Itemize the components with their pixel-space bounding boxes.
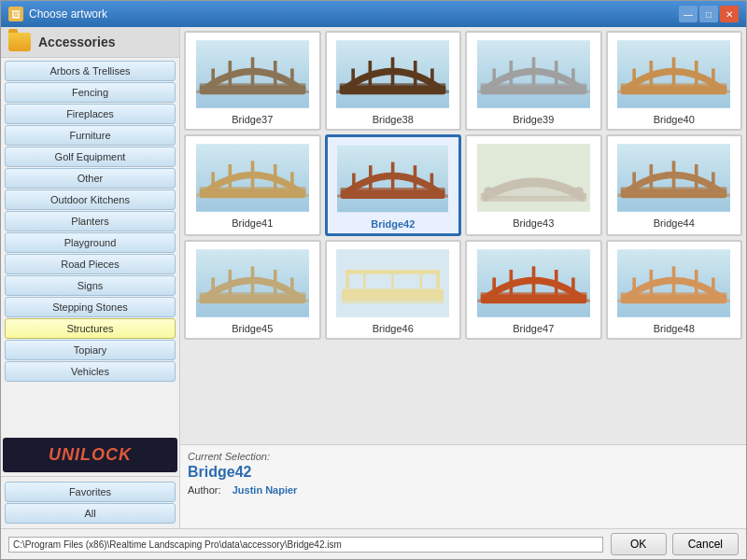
svg-rect-8: [196, 90, 309, 93]
title-controls: — □ ✕: [679, 6, 739, 22]
grid-item-thumb-bridge46: [331, 245, 457, 320]
grid-item-label-bridge40: Bridge40: [654, 114, 695, 125]
svg-rect-102: [617, 299, 730, 302]
grid-item-bridge45[interactable]: Bridge45: [184, 240, 321, 340]
grid-item-label-bridge39: Bridge39: [513, 114, 554, 125]
grid-item-bridge38[interactable]: Bridge38: [325, 31, 462, 131]
author-label: Author:: [188, 484, 220, 496]
main-area: Bridge37 Bridge38: [180, 27, 746, 528]
sidebar-item-arbors[interactable]: Arbors & Trellises: [5, 61, 176, 81]
svg-rect-57: [480, 195, 586, 201]
svg-rect-17: [336, 90, 449, 93]
grid-item-bridge42[interactable]: Bridge42: [325, 134, 462, 236]
grid-item-thumb-bridge48: [612, 245, 738, 320]
sidebar-item-outdoor-kitchens[interactable]: Outdoor Kitchens: [5, 189, 176, 210]
svg-rect-35: [617, 90, 730, 93]
sidebar-item-vehicles[interactable]: Vehicles: [5, 361, 176, 382]
folder-icon: [8, 33, 31, 51]
svg-rect-53: [337, 194, 448, 198]
grid-item-label-bridge41: Bridge41: [232, 217, 273, 229]
svg-rect-16: [340, 83, 446, 88]
author-line: Author: Justin Napier: [188, 484, 739, 496]
sidebar-item-stepping-stones[interactable]: Stepping Stones: [5, 297, 176, 317]
window-title: Choose artwork: [29, 7, 107, 21]
grid-item-bridge37[interactable]: Bridge37: [184, 31, 321, 131]
svg-rect-43: [199, 187, 305, 191]
grid-item-bridge40[interactable]: Bridge40: [606, 31, 743, 131]
sidebar-header-text: Accessories: [38, 35, 116, 49]
grid-item-bridge46[interactable]: Bridge46: [325, 240, 462, 340]
status-bar: Current Selection: Bridge42 Author: Just…: [180, 444, 746, 528]
sidebar-items-container[interactable]: Arbors & TrellisesFencingFireplacesFurni…: [1, 58, 179, 434]
svg-rect-80: [345, 269, 441, 273]
grid-item-thumb-bridge38: [331, 36, 457, 111]
current-selection-label: Current Selection:: [188, 451, 739, 462]
grid-item-bridge47[interactable]: Bridge47: [465, 240, 602, 340]
artwork-grid: Bridge37 Bridge38: [184, 31, 742, 340]
grid-item-label-bridge48: Bridge48: [654, 323, 695, 334]
footer-buttons: OK Cancel: [611, 533, 739, 555]
sidebar-item-signs[interactable]: Signs: [5, 275, 176, 296]
grid-item-bridge39[interactable]: Bridge39: [465, 31, 602, 131]
grid-item-bridge48[interactable]: Bridge48: [606, 240, 743, 340]
grid-item-label-bridge47: Bridge47: [513, 323, 554, 334]
title-bar: 🖼 Choose artwork — □ ✕: [1, 1, 746, 27]
sidebar-item-planters[interactable]: Planters: [5, 211, 176, 231]
cancel-button[interactable]: Cancel: [672, 533, 739, 555]
svg-rect-66: [617, 193, 730, 197]
grid-item-label-bridge46: Bridge46: [373, 323, 414, 334]
unilock-banner[interactable]: UNILOCK: [3, 438, 177, 472]
sidebar-item-favorites[interactable]: Favorites: [5, 482, 176, 502]
grid-item-label-bridge42: Bridge42: [371, 218, 415, 230]
grid-item-label-bridge38: Bridge38: [373, 114, 414, 125]
sidebar-header: Accessories: [1, 27, 179, 58]
grid-item-label-bridge44: Bridge44: [654, 217, 695, 229]
svg-rect-74: [199, 292, 305, 297]
svg-rect-52: [341, 188, 445, 192]
grid-item-bridge44[interactable]: Bridge44: [606, 134, 743, 236]
unilock-text: UNILOCK: [49, 445, 132, 464]
grid-item-label-bridge45: Bridge45: [232, 323, 273, 334]
grid-item-thumb-bridge40: [612, 36, 738, 111]
sidebar-item-playground[interactable]: Playground: [5, 232, 176, 253]
svg-rect-34: [621, 83, 727, 88]
close-button[interactable]: ✕: [720, 6, 739, 22]
selection-name: Bridge42: [188, 464, 739, 481]
grid-item-thumb-bridge41: [190, 140, 316, 215]
sidebar-item-topiary[interactable]: Topiary: [5, 340, 176, 360]
svg-rect-84: [342, 298, 444, 303]
sidebar: Accessories Arbors & TrellisesFencingFir…: [1, 27, 180, 528]
grid-container[interactable]: Bridge37 Bridge38: [180, 27, 746, 444]
svg-point-56: [574, 187, 584, 196]
svg-rect-25: [480, 83, 586, 88]
grid-item-thumb-bridge47: [471, 245, 597, 320]
grid-item-thumb-bridge37: [190, 36, 316, 111]
sidebar-item-golf[interactable]: Golf Equipment: [5, 147, 176, 167]
footer: C:\Program Files (x86)\Realtime Landscap…: [1, 528, 746, 559]
sidebar-item-furniture[interactable]: Furniture: [5, 125, 176, 146]
ok-button[interactable]: OK: [611, 533, 667, 555]
svg-rect-75: [196, 299, 309, 302]
svg-rect-93: [477, 299, 590, 302]
svg-rect-7: [199, 83, 305, 88]
grid-item-thumb-bridge39: [471, 36, 597, 111]
maximize-button[interactable]: □: [699, 6, 718, 22]
grid-item-bridge41[interactable]: Bridge41: [184, 134, 321, 236]
minimize-button[interactable]: —: [679, 6, 698, 22]
grid-item-label-bridge43: Bridge43: [513, 217, 554, 229]
title-bar-left: 🖼 Choose artwork: [8, 7, 107, 21]
sidebar-item-road-pieces[interactable]: Road Pieces: [5, 254, 176, 274]
sidebar-item-structures[interactable]: Structures: [5, 318, 176, 339]
grid-item-thumb-bridge42: [331, 141, 456, 216]
sidebar-item-fireplaces[interactable]: Fireplaces: [5, 104, 176, 124]
author-name: Justin Napier: [233, 484, 298, 496]
sidebar-item-fencing[interactable]: Fencing: [5, 82, 176, 103]
grid-item-bridge43[interactable]: Bridge43: [465, 134, 602, 236]
svg-point-55: [484, 187, 493, 196]
filepath: C:\Program Files (x86)\Realtime Landscap…: [8, 537, 603, 553]
content-area: Accessories Arbors & TrellisesFencingFir…: [1, 27, 746, 528]
sidebar-item-all[interactable]: All: [5, 503, 176, 524]
sidebar-item-other[interactable]: Other: [5, 168, 176, 189]
grid-item-label-bridge37: Bridge37: [232, 114, 273, 125]
svg-rect-65: [621, 187, 727, 191]
